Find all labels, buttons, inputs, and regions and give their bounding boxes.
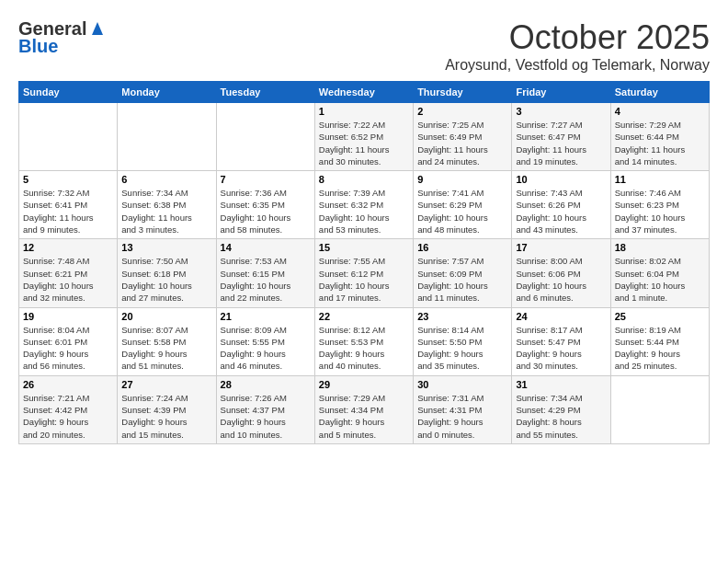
day-number: 10 — [516, 174, 606, 185]
day-number: 2 — [417, 106, 507, 117]
day-cell — [216, 103, 314, 171]
day-info: Sunrise: 7:46 AM Sunset: 6:23 PM Dayligh… — [615, 187, 705, 236]
week-row-3: 12Sunrise: 7:48 AM Sunset: 6:21 PM Dayli… — [19, 239, 710, 307]
day-info: Sunrise: 8:14 AM Sunset: 5:50 PM Dayligh… — [417, 324, 507, 373]
day-info: Sunrise: 7:22 AM Sunset: 6:52 PM Dayligh… — [319, 119, 409, 167]
day-info: Sunrise: 8:19 AM Sunset: 5:44 PM Dayligh… — [615, 324, 705, 373]
day-cell: 1Sunrise: 7:22 AM Sunset: 6:52 PM Daylig… — [314, 103, 413, 171]
day-cell: 9Sunrise: 7:41 AM Sunset: 6:29 PM Daylig… — [414, 171, 512, 239]
day-info: Sunrise: 7:48 AM Sunset: 6:21 PM Dayligh… — [23, 255, 113, 304]
day-info: Sunrise: 7:26 AM Sunset: 4:37 PM Dayligh… — [221, 392, 311, 441]
day-cell: 24Sunrise: 8:17 AM Sunset: 5:47 PM Dayli… — [512, 307, 610, 375]
day-number: 11 — [615, 174, 705, 185]
day-cell: 2Sunrise: 7:25 AM Sunset: 6:49 PM Daylig… — [414, 103, 512, 171]
header-saturday: Saturday — [610, 82, 709, 103]
day-cell: 4Sunrise: 7:29 AM Sunset: 6:44 PM Daylig… — [610, 103, 709, 171]
day-number: 21 — [221, 311, 311, 322]
day-cell: 25Sunrise: 8:19 AM Sunset: 5:44 PM Dayli… — [610, 307, 709, 375]
day-info: Sunrise: 8:17 AM Sunset: 5:47 PM Dayligh… — [516, 324, 606, 373]
week-row-2: 5Sunrise: 7:32 AM Sunset: 6:41 PM Daylig… — [19, 171, 710, 239]
day-info: Sunrise: 8:07 AM Sunset: 5:58 PM Dayligh… — [121, 324, 211, 373]
day-info: Sunrise: 7:32 AM Sunset: 6:41 PM Dayligh… — [23, 187, 113, 236]
day-info: Sunrise: 7:36 AM Sunset: 6:35 PM Dayligh… — [221, 187, 311, 236]
day-info: Sunrise: 7:27 AM Sunset: 6:47 PM Dayligh… — [516, 119, 606, 167]
day-cell — [19, 103, 118, 171]
day-cell: 14Sunrise: 7:53 AM Sunset: 6:15 PM Dayli… — [216, 239, 314, 307]
day-number: 29 — [319, 379, 409, 390]
day-cell: 13Sunrise: 7:50 AM Sunset: 6:18 PM Dayli… — [118, 239, 216, 307]
day-cell: 16Sunrise: 7:57 AM Sunset: 6:09 PM Dayli… — [414, 239, 512, 307]
day-info: Sunrise: 8:09 AM Sunset: 5:55 PM Dayligh… — [221, 324, 311, 373]
day-info: Sunrise: 7:39 AM Sunset: 6:32 PM Dayligh… — [319, 187, 409, 236]
day-info: Sunrise: 7:53 AM Sunset: 6:15 PM Dayligh… — [221, 255, 311, 304]
location-title: Aroysund, Vestfold og Telemark, Norway — [445, 57, 710, 74]
day-cell: 8Sunrise: 7:39 AM Sunset: 6:32 PM Daylig… — [314, 171, 413, 239]
header-monday: Monday — [118, 82, 216, 103]
week-row-1: 1Sunrise: 7:22 AM Sunset: 6:52 PM Daylig… — [19, 103, 710, 171]
day-number: 9 — [417, 174, 507, 185]
day-info: Sunrise: 8:04 AM Sunset: 6:01 PM Dayligh… — [23, 324, 113, 373]
day-info: Sunrise: 7:24 AM Sunset: 4:39 PM Dayligh… — [121, 392, 211, 441]
day-info: Sunrise: 7:43 AM Sunset: 6:26 PM Dayligh… — [516, 187, 606, 236]
header-row: SundayMondayTuesdayWednesdayThursdayFrid… — [19, 82, 710, 103]
day-info: Sunrise: 8:12 AM Sunset: 5:53 PM Dayligh… — [319, 324, 409, 373]
day-cell: 11Sunrise: 7:46 AM Sunset: 6:23 PM Dayli… — [610, 171, 709, 239]
title-area: October 2025 Aroysund, Vestfold og Telem… — [445, 18, 710, 74]
day-number: 17 — [516, 242, 606, 253]
day-cell: 27Sunrise: 7:24 AM Sunset: 4:39 PM Dayli… — [118, 375, 216, 443]
svg-marker-0 — [92, 22, 103, 35]
logo-icon — [88, 18, 107, 37]
day-number: 24 — [516, 311, 606, 322]
day-number: 27 — [121, 379, 211, 390]
day-cell: 20Sunrise: 8:07 AM Sunset: 5:58 PM Dayli… — [118, 307, 216, 375]
day-cell: 30Sunrise: 7:31 AM Sunset: 4:31 PM Dayli… — [414, 375, 512, 443]
day-number: 1 — [319, 106, 409, 117]
day-cell: 28Sunrise: 7:26 AM Sunset: 4:37 PM Dayli… — [216, 375, 314, 443]
day-cell: 10Sunrise: 7:43 AM Sunset: 6:26 PM Dayli… — [512, 171, 610, 239]
day-number: 19 — [23, 311, 113, 322]
month-title: October 2025 — [445, 18, 710, 57]
day-cell: 22Sunrise: 8:12 AM Sunset: 5:53 PM Dayli… — [314, 307, 413, 375]
day-info: Sunrise: 7:29 AM Sunset: 6:44 PM Dayligh… — [615, 119, 705, 167]
day-cell: 6Sunrise: 7:34 AM Sunset: 6:38 PM Daylig… — [118, 171, 216, 239]
header-tuesday: Tuesday — [216, 82, 314, 103]
day-cell: 18Sunrise: 8:02 AM Sunset: 6:04 PM Dayli… — [610, 239, 709, 307]
day-cell: 7Sunrise: 7:36 AM Sunset: 6:35 PM Daylig… — [216, 171, 314, 239]
day-cell — [610, 375, 709, 443]
day-info: Sunrise: 7:55 AM Sunset: 6:12 PM Dayligh… — [319, 255, 409, 304]
day-info: Sunrise: 7:34 AM Sunset: 4:29 PM Dayligh… — [516, 392, 606, 441]
header-friday: Friday — [512, 82, 610, 103]
header: General Blue October 2025 Aroysund, Vest… — [18, 18, 710, 74]
day-cell: 29Sunrise: 7:29 AM Sunset: 4:34 PM Dayli… — [314, 375, 413, 443]
header-thursday: Thursday — [414, 82, 512, 103]
day-cell: 3Sunrise: 7:27 AM Sunset: 6:47 PM Daylig… — [512, 103, 610, 171]
day-number: 4 — [615, 106, 705, 117]
week-row-4: 19Sunrise: 8:04 AM Sunset: 6:01 PM Dayli… — [19, 307, 710, 375]
day-info: Sunrise: 7:57 AM Sunset: 6:09 PM Dayligh… — [417, 255, 507, 304]
day-cell: 5Sunrise: 7:32 AM Sunset: 6:41 PM Daylig… — [19, 171, 118, 239]
day-number: 25 — [615, 311, 705, 322]
day-info: Sunrise: 7:34 AM Sunset: 6:38 PM Dayligh… — [121, 187, 211, 236]
day-info: Sunrise: 8:00 AM Sunset: 6:06 PM Dayligh… — [516, 255, 606, 304]
day-cell: 31Sunrise: 7:34 AM Sunset: 4:29 PM Dayli… — [512, 375, 610, 443]
logo-blue: Blue — [18, 36, 58, 57]
day-number: 6 — [121, 174, 211, 185]
day-info: Sunrise: 7:50 AM Sunset: 6:18 PM Dayligh… — [121, 255, 211, 304]
day-number: 13 — [121, 242, 211, 253]
day-number: 3 — [516, 106, 606, 117]
day-cell: 19Sunrise: 8:04 AM Sunset: 6:01 PM Dayli… — [19, 307, 118, 375]
day-number: 12 — [23, 242, 113, 253]
day-cell: 26Sunrise: 7:21 AM Sunset: 4:42 PM Dayli… — [19, 375, 118, 443]
header-sunday: Sunday — [19, 82, 118, 103]
day-info: Sunrise: 7:41 AM Sunset: 6:29 PM Dayligh… — [417, 187, 507, 236]
day-number: 20 — [121, 311, 211, 322]
day-info: Sunrise: 7:29 AM Sunset: 4:34 PM Dayligh… — [319, 392, 409, 441]
day-info: Sunrise: 7:25 AM Sunset: 6:49 PM Dayligh… — [417, 119, 507, 167]
day-number: 28 — [221, 379, 311, 390]
day-number: 22 — [319, 311, 409, 322]
day-number: 23 — [417, 311, 507, 322]
day-cell: 23Sunrise: 8:14 AM Sunset: 5:50 PM Dayli… — [414, 307, 512, 375]
calendar: SundayMondayTuesdayWednesdayThursdayFrid… — [18, 81, 710, 444]
day-number: 18 — [615, 242, 705, 253]
day-number: 7 — [221, 174, 311, 185]
